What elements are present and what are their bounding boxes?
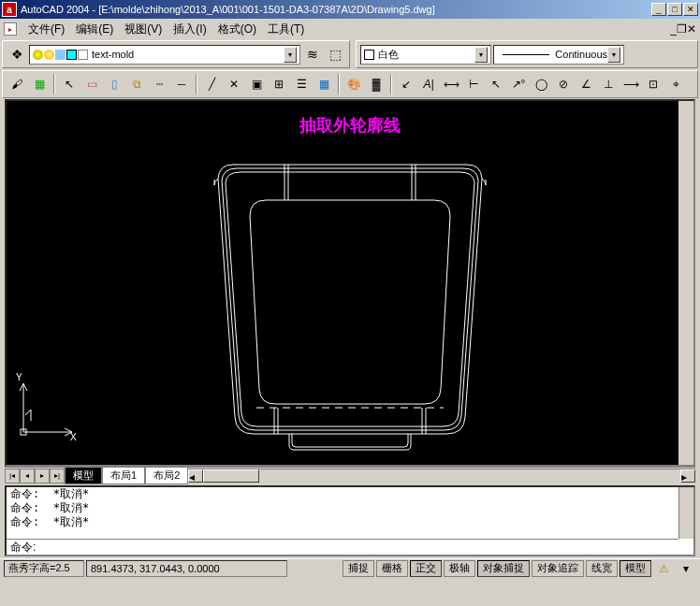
- layer-previous-button[interactable]: ≋: [302, 44, 323, 65]
- layout-tabs: |◂ ◂ ▸ ▸| 模型 布局1 布局2 ◂ ▸: [5, 467, 695, 483]
- layer-color-icon: [66, 50, 77, 60]
- tool-solid-icon[interactable]: ─: [171, 74, 192, 94]
- document-icon[interactable]: ▸: [4, 22, 17, 36]
- yanxiu-toolbar: 🖌 ▦ ↖ ▭ ▯ ⧉ ┄ ─ ╱ ✕ ▣ ⊞ ☰ ▦ 🎨 ▓ ↙ A| ⟷ ⊢…: [2, 70, 698, 98]
- command-prompt: 命令:: [10, 540, 36, 556]
- tool-arrow-icon[interactable]: ↖: [486, 74, 506, 94]
- title-bar: a AutoCAD 2004 - [E:\molde\zhihong\2013_…: [0, 0, 700, 19]
- command-history-line: 命令: *取消*: [7, 501, 693, 515]
- layer-toolbar: ❖ text-mold ▼ ≋ ⬚: [2, 40, 350, 68]
- dropdown-arrow-icon[interactable]: ▼: [284, 47, 297, 63]
- viewport-vscrollbar[interactable]: [678, 101, 693, 465]
- color-dropdown[interactable]: 白色 ▼: [360, 45, 491, 65]
- menu-file[interactable]: 文件(F): [22, 20, 70, 39]
- tool-angle-icon[interactable]: ∠: [576, 74, 596, 94]
- tool-rect1-icon[interactable]: ▭: [81, 74, 102, 94]
- tab-hscrollbar[interactable]: ◂ ▸: [188, 469, 695, 483]
- tool-chain-icon[interactable]: ⟶: [620, 74, 641, 94]
- tray-menu-icon[interactable]: ▾: [676, 558, 696, 579]
- command-history-line: 命令: *取消*: [7, 515, 693, 529]
- tab-first-button[interactable]: |◂: [5, 469, 20, 483]
- dropdown-arrow-icon[interactable]: ▼: [607, 47, 620, 63]
- dropdown-arrow-icon[interactable]: ▼: [474, 47, 488, 63]
- tool-brush-icon[interactable]: 🖌: [7, 74, 27, 94]
- tool-hatch-icon[interactable]: ▦: [29, 74, 50, 94]
- tool-palette-icon[interactable]: 🎨: [343, 74, 364, 94]
- tool-snap-icon[interactable]: ⌖: [665, 74, 686, 94]
- lock-icon: [55, 50, 66, 60]
- tab-layout1[interactable]: 布局1: [102, 468, 145, 484]
- tool-radius-icon[interactable]: ◯: [531, 74, 551, 94]
- color-label: 白色: [378, 48, 399, 62]
- command-vscrollbar[interactable]: [678, 487, 693, 539]
- toggle-grid[interactable]: 栅格: [376, 560, 408, 577]
- toggle-lwt[interactable]: 线宽: [586, 560, 618, 577]
- tool-sym-icon[interactable]: ⊡: [643, 74, 664, 94]
- command-history-line: 命令: *取消*: [7, 487, 693, 501]
- tab-model[interactable]: 模型: [65, 468, 102, 484]
- menu-tools[interactable]: 工具(T): [262, 20, 310, 39]
- doc-minimize-button[interactable]: _: [670, 22, 677, 36]
- tab-layout2[interactable]: 布局2: [145, 468, 188, 484]
- tool-leader-icon[interactable]: ↗°: [508, 74, 529, 94]
- tab-next-button[interactable]: ▸: [35, 469, 50, 483]
- toggle-osnap[interactable]: 对象捕捉: [477, 560, 530, 577]
- tool-dia-icon[interactable]: ⊘: [553, 74, 574, 94]
- menu-view[interactable]: 视图(V): [119, 20, 168, 39]
- tool-grid-icon[interactable]: ▦: [314, 74, 334, 94]
- sun-icon: [44, 50, 54, 60]
- window-title: AutoCAD 2004 - [E:\molde\zhihong\2013_A\…: [21, 4, 651, 15]
- toggle-polar[interactable]: 极轴: [444, 560, 475, 577]
- toggle-ortho[interactable]: 正交: [410, 560, 442, 577]
- tray-comm-icon[interactable]: ⚠: [653, 558, 674, 579]
- minimize-button[interactable]: _: [651, 3, 666, 16]
- drawing-content: [205, 155, 495, 457]
- command-window[interactable]: 命令: *取消* 命令: *取消* 命令: *取消* 命令:: [5, 485, 695, 556]
- plot-icon: [78, 50, 88, 60]
- tool-extend-icon[interactable]: ╱: [201, 74, 222, 94]
- tool-copy-icon[interactable]: ⧉: [126, 74, 147, 94]
- layer-manager-button[interactable]: ❖: [7, 44, 27, 65]
- properties-toolbar: 白色 ▼ Continuous ▼: [356, 40, 698, 68]
- ucs-y-label: Y: [16, 372, 22, 382]
- menu-bar: ▸ 文件(F) 编辑(E) 视图(V) 插入(I) 格式(O) 工具(T) _ …: [0, 19, 700, 39]
- status-info: 燕秀字高=2.5: [4, 560, 84, 577]
- tool-text-icon[interactable]: A|: [418, 74, 439, 94]
- menu-format[interactable]: 格式(O): [212, 20, 262, 39]
- tool-dim1-icon[interactable]: ↙: [396, 74, 416, 94]
- layer-states-button[interactable]: ⬚: [325, 44, 345, 65]
- tab-last-button[interactable]: ▸|: [50, 469, 65, 483]
- toggle-otrack[interactable]: 对象追踪: [532, 560, 584, 577]
- drawing-viewport[interactable]: 抽取外轮廓线 Y X: [5, 99, 695, 467]
- doc-restore-button[interactable]: ❐: [677, 22, 687, 36]
- tool-color-icon[interactable]: ▓: [366, 74, 386, 94]
- tool-aligned-icon[interactable]: ⊢: [463, 74, 484, 94]
- toggle-model[interactable]: 模型: [620, 560, 651, 577]
- drawing-annotation: 抽取外轮廓线: [299, 114, 401, 137]
- ucs-icon: Y X: [12, 378, 78, 446]
- tool-coord-icon[interactable]: ⊥: [598, 74, 619, 94]
- tool-trim-icon[interactable]: ✕: [224, 74, 244, 94]
- tab-prev-button[interactable]: ◂: [20, 469, 35, 483]
- menu-insert[interactable]: 插入(I): [168, 20, 211, 39]
- close-button[interactable]: ✕: [683, 3, 698, 16]
- linetype-label: Continuous: [555, 49, 607, 60]
- linetype-dropdown[interactable]: Continuous ▼: [493, 45, 624, 65]
- tool-pointer-icon[interactable]: ↖: [59, 74, 80, 94]
- tool-window-icon[interactable]: ▣: [246, 74, 267, 94]
- color-swatch-icon: [364, 50, 374, 60]
- tool-rect2-icon[interactable]: ▯: [104, 74, 124, 94]
- menu-edit[interactable]: 编辑(E): [70, 20, 119, 39]
- maximize-button[interactable]: □: [667, 3, 682, 16]
- layer-name: text-mold: [92, 49, 134, 60]
- status-coordinates[interactable]: 891.4373, 317.0443, 0.0000: [86, 560, 287, 577]
- doc-close-button[interactable]: ✕: [687, 22, 696, 36]
- layer-dropdown[interactable]: text-mold ▼: [29, 45, 300, 65]
- tool-dash-icon[interactable]: ┄: [149, 74, 169, 94]
- toggle-snap[interactable]: 捕捉: [343, 560, 374, 577]
- command-input[interactable]: [39, 541, 675, 554]
- ucs-x-label: X: [70, 432, 77, 442]
- tool-stack-icon[interactable]: ☰: [291, 74, 312, 94]
- tool-array-icon[interactable]: ⊞: [269, 74, 289, 94]
- tool-linear-icon[interactable]: ⟷: [441, 74, 461, 94]
